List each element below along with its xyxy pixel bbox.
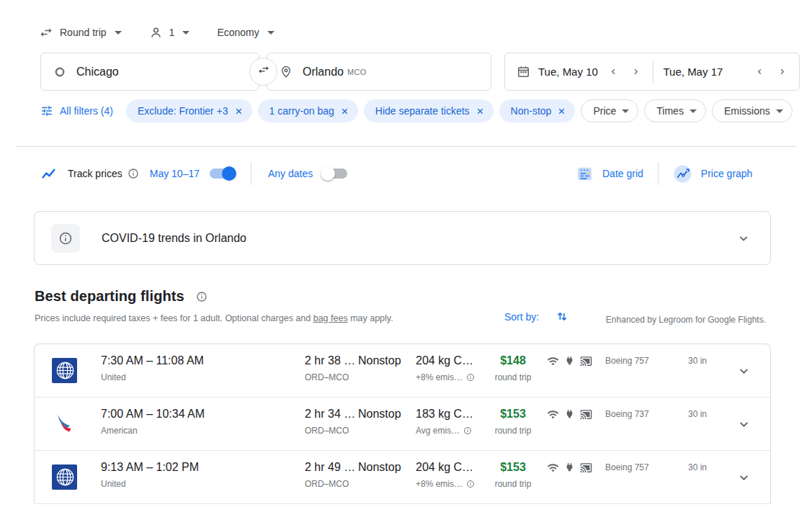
- close-icon[interactable]: [340, 107, 349, 116]
- origin-circle-icon: [53, 66, 66, 78]
- close-icon[interactable]: [476, 107, 485, 116]
- chevron-down-icon: [776, 109, 783, 113]
- airline-name: United: [101, 478, 199, 490]
- filter-dropdown-times[interactable]: Times: [644, 99, 706, 122]
- destination-value: Orlando: [303, 66, 344, 78]
- track-date-range-label: May 10–17: [150, 168, 200, 179]
- place-pin-icon: [280, 66, 293, 78]
- filter-chip-non-stop[interactable]: Non-stop: [499, 99, 576, 122]
- flight-price: $153: [473, 407, 553, 421]
- flight-duration: 2 hr 49 …: [305, 460, 355, 475]
- vertical-divider: [251, 162, 251, 185]
- chip-label: Times: [656, 105, 684, 117]
- flight-times-cell: 7:00 AM – 10:34 AM American: [101, 407, 205, 436]
- flight-stops: Nonstop: [358, 354, 401, 368]
- flight-price: $153: [473, 460, 553, 475]
- expand-flight-button[interactable]: [732, 465, 756, 489]
- emissions-note: Avg emis…: [416, 425, 460, 436]
- flight-row-american-700[interactable]: 7:00 AM – 10:34 AM American 2 hr 34 … OR…: [35, 398, 770, 451]
- destination-field[interactable]: Orlando MCO: [267, 53, 491, 91]
- origin-field[interactable]: Chicago: [40, 53, 259, 91]
- chevron-down-icon[interactable]: [736, 231, 751, 246]
- flight-duration-cell: 2 hr 34 … ORD–MCO: [305, 407, 355, 436]
- info-icon[interactable]: [463, 426, 472, 435]
- trip-type-select[interactable]: Round trip: [39, 25, 122, 40]
- departure-date-value: Tue, May 10: [538, 66, 598, 78]
- cabin-class-label: Economy: [217, 27, 259, 38]
- all-filters-button[interactable]: All filters (4): [40, 104, 113, 117]
- flight-price-cell: $153 round trip: [473, 460, 553, 490]
- flight-duration-cell: 2 hr 38 … ORD–MCO: [305, 354, 355, 383]
- departure-next-day-button[interactable]: [629, 65, 643, 78]
- price-graph-icon: [673, 164, 692, 184]
- chip-label: Emissions: [724, 105, 770, 117]
- aircraft-type: Boeing 757: [605, 462, 649, 472]
- return-prev-day-button[interactable]: [753, 65, 767, 78]
- filter-chip-hide-separate-tickets[interactable]: Hide separate tickets: [364, 99, 494, 122]
- legroom-value: 30 in: [688, 409, 707, 419]
- departure-date-field[interactable]: Tue, May 10: [505, 53, 653, 90]
- flight-duration: 2 hr 38 …: [305, 354, 355, 368]
- filter-chip-carry-on-bag[interactable]: 1 carry-on bag: [258, 99, 358, 122]
- search-row: Chicago Orlando MCO Tue, May 10 Tue, May…: [40, 53, 800, 91]
- date-grid-icon: [576, 165, 594, 183]
- any-dates-toggle[interactable]: [323, 169, 347, 179]
- price-note: round trip: [473, 478, 553, 490]
- chevron-down-icon: [267, 31, 275, 35]
- filter-dropdown-price[interactable]: Price: [581, 99, 638, 122]
- chip-label: 1 carry-on bag: [269, 105, 334, 117]
- swap-locations-button[interactable]: [249, 58, 277, 86]
- trending-line-icon: [40, 165, 58, 183]
- aircraft-type: Boeing 737: [605, 409, 649, 419]
- flight-stops: Nonstop: [358, 460, 401, 475]
- departure-prev-day-button[interactable]: [607, 65, 620, 78]
- flight-duration: 2 hr 34 …: [305, 407, 355, 421]
- destination-code: MCO: [347, 68, 367, 76]
- expand-flight-button[interactable]: [732, 412, 756, 436]
- covid-trends-banner[interactable]: COVID-19 trends in Orlando: [34, 211, 771, 265]
- flight-row-united-913[interactable]: 9:13 AM – 1:02 PM United 2 hr 49 … ORD–M…: [35, 451, 770, 504]
- flight-stops-cell: Nonstop: [358, 354, 401, 368]
- date-range-box: Tue, May 10 Tue, May 17: [504, 53, 800, 91]
- emissions-value: 183 kg C…: [416, 407, 473, 421]
- flight-results-list: 7:30 AM – 11:08 AM United 2 hr 38 … ORD–…: [34, 344, 771, 504]
- vertical-divider: [658, 162, 659, 185]
- flight-price-cell: $148 round trip: [473, 354, 553, 383]
- all-filters-label: All filters (4): [60, 105, 113, 117]
- expand-flight-button[interactable]: [732, 359, 756, 382]
- origin-value: Chicago: [76, 66, 119, 78]
- swap-horiz-icon: [39, 25, 53, 40]
- close-icon[interactable]: [557, 107, 566, 116]
- track-prices-toggle[interactable]: [210, 169, 234, 179]
- filters-bar: All filters (4) Exclude: Frontier +3 1 c…: [40, 99, 798, 122]
- airline-name: American: [101, 425, 205, 436]
- power-icon: [564, 408, 575, 421]
- cabin-class-select[interactable]: Economy: [217, 27, 274, 38]
- media-cast-icon: [580, 355, 592, 367]
- flight-row-united-730[interactable]: 7:30 AM – 11:08 AM United 2 hr 38 … ORD–…: [35, 344, 770, 398]
- flight-times: 7:30 AM – 11:08 AM: [101, 354, 204, 368]
- track-prices-label: Track prices: [68, 168, 122, 179]
- return-next-day-button[interactable]: [775, 65, 789, 78]
- amenities-cell: [547, 462, 592, 474]
- date-grid-button[interactable]: Date grid: [576, 165, 643, 183]
- airline-logo-united: [52, 465, 77, 490]
- close-icon[interactable]: [234, 107, 244, 116]
- flight-stops-cell: Nonstop: [358, 460, 401, 475]
- return-date-field[interactable]: Tue, May 17: [653, 53, 800, 90]
- date-grid-label: Date grid: [602, 168, 643, 179]
- tune-filter-icon: [40, 104, 53, 117]
- filter-dropdown-emissions[interactable]: Emissions: [712, 99, 793, 122]
- info-icon[interactable]: [196, 291, 208, 302]
- person-icon: [149, 26, 163, 40]
- passengers-select[interactable]: 1: [149, 26, 190, 40]
- media-cast-icon: [580, 462, 592, 474]
- price-graph-button[interactable]: Price graph: [673, 164, 753, 184]
- airline-logo-american: [52, 411, 77, 436]
- chevron-down-icon: [622, 109, 629, 113]
- flight-times: 9:13 AM – 1:02 PM: [101, 460, 199, 475]
- flight-times-cell: 9:13 AM – 1:02 PM United: [101, 460, 199, 490]
- flight-route: ORD–MCO: [305, 478, 355, 490]
- filter-chip-exclude-airlines[interactable]: Exclude: Frontier +3: [126, 99, 252, 122]
- info-icon[interactable]: [128, 168, 139, 179]
